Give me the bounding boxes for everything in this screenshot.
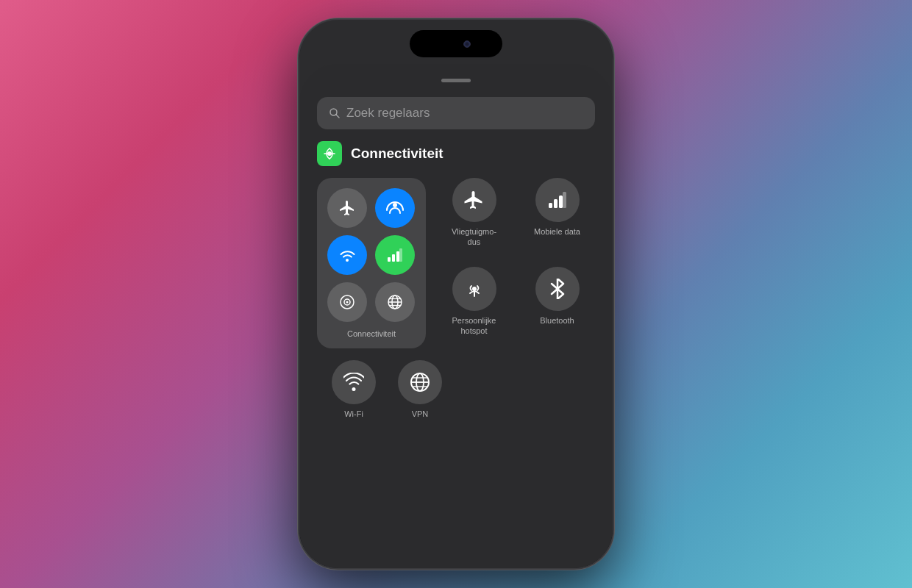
wifi-standalone-label: Wi-Fi — [344, 409, 363, 419]
control-center-panel: Zoek regelaars Connectiviteit — [299, 64, 613, 568]
airplane-tile-label: Vliegtuigmo-dus — [452, 226, 496, 248]
vpn-button[interactable] — [398, 360, 442, 404]
bluetooth-button[interactable] — [535, 267, 580, 311]
svg-line-1 — [336, 115, 339, 118]
search-bar[interactable]: Zoek regelaars — [317, 97, 595, 129]
right-tiles: Vliegtuigmo-dus — [436, 178, 595, 348]
svg-rect-17 — [554, 199, 557, 208]
wifi-standalone-item: Wi-Fi — [332, 360, 376, 419]
globe-button[interactable] — [375, 282, 415, 322]
phone-screen: Zoek regelaars Connectiviteit — [299, 20, 613, 568]
bluetooth-label: Bluetooth — [540, 315, 574, 326]
airdrop-button[interactable] — [375, 188, 415, 228]
svg-rect-5 — [392, 254, 395, 262]
drag-handle[interactable] — [441, 79, 471, 82]
hotspot-label: Persoonlijkehotspot — [452, 315, 496, 337]
phone-body: Zoek regelaars Connectiviteit — [298, 18, 614, 570]
controls-area: Connectiviteit Vliegtuigmo-dus — [317, 178, 595, 348]
section-header: Connectiviteit — [317, 141, 595, 166]
airplane-mode-button[interactable] — [327, 188, 367, 228]
section-icon — [317, 141, 342, 166]
mobile-data-tile: Mobiele data — [519, 178, 595, 259]
focus-button[interactable] — [327, 282, 367, 322]
svg-rect-6 — [396, 251, 399, 262]
camera-dot — [463, 40, 471, 48]
svg-rect-7 — [399, 248, 402, 262]
cellular-button[interactable] — [375, 235, 415, 275]
svg-rect-16 — [549, 203, 552, 208]
wifi-button[interactable] — [327, 235, 367, 275]
airplane-tile: Vliegtuigmo-dus — [436, 178, 512, 259]
dynamic-island — [410, 30, 502, 57]
hotspot-button[interactable] — [452, 267, 496, 311]
mobile-data-label: Mobiele data — [534, 226, 580, 237]
search-icon — [329, 107, 341, 119]
phone-container: Zoek regelaars Connectiviteit — [298, 18, 614, 570]
vpn-label: VPN — [412, 409, 429, 419]
svg-point-3 — [393, 203, 397, 207]
search-placeholder: Zoek regelaars — [346, 106, 430, 121]
svg-rect-19 — [563, 192, 566, 208]
svg-rect-18 — [559, 196, 563, 208]
section-title: Connectiviteit — [351, 146, 443, 162]
mobile-data-button[interactable] — [535, 178, 580, 222]
bluetooth-tile: Bluetooth — [519, 267, 595, 348]
vpn-item: VPN — [398, 360, 442, 419]
wifi-standalone-button[interactable] — [332, 360, 376, 404]
power-button[interactable] — [613, 152, 614, 200]
svg-rect-4 — [388, 257, 391, 262]
hotspot-tile: Persoonlijkehotspot — [436, 267, 512, 348]
bottom-row: Wi-Fi VPN — [317, 360, 595, 419]
connectivity-tile-label: Connectiviteit — [327, 329, 416, 338]
connectivity-tile: Connectiviteit — [317, 178, 426, 348]
svg-point-10 — [346, 301, 349, 304]
airplane-tile-button[interactable] — [452, 178, 496, 222]
